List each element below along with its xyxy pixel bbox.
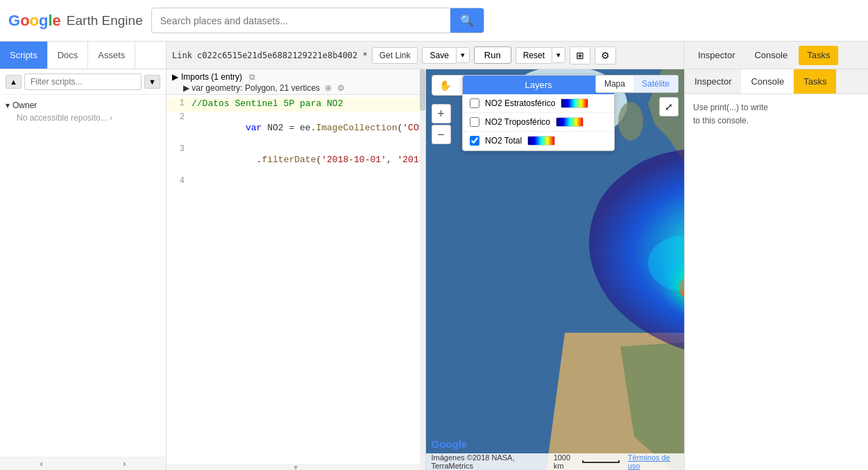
reset-dropdown-arrow[interactable]: ▾ <box>552 47 565 63</box>
main-content: ▲ ▼ ▾ Owner No accessible reposito... › … <box>0 69 868 470</box>
save-button[interactable]: Save <box>422 47 455 64</box>
scroll-up-button[interactable]: ▲ <box>6 75 22 89</box>
tab-assets[interactable]: Assets <box>88 42 135 69</box>
google-logo-text: Google <box>8 12 61 30</box>
layer-item-2: NO2 Total <box>463 132 614 150</box>
filter-row: ▲ ▼ <box>0 69 166 95</box>
layer-0-checkbox[interactable] <box>470 98 479 108</box>
code-line-1-text: //Datos Sentinel 5P para NO2 <box>192 98 425 109</box>
owner-section: ▾ Owner No accessible reposito... › <box>0 95 166 128</box>
no-repo-text: No accessible reposito... <box>17 113 108 123</box>
save-split-button: Save ▾ <box>422 47 469 64</box>
code-line-4: 4 <box>167 175 425 189</box>
svg-point-3 <box>618 102 643 141</box>
mapa-button[interactable]: Mapa <box>596 76 633 92</box>
imports-detail: ▶ var geometry: Polygon, 21 vertices ⊕ ⚙ <box>172 83 420 93</box>
owner-header[interactable]: ▾ Owner <box>6 101 160 110</box>
google-logo-map: Google <box>432 438 468 451</box>
console-content: Use print(...) to write to this console. <box>685 94 868 470</box>
layers-panel: Layers NO2 Estratosférico NO2 Troposféri… <box>462 75 615 151</box>
panel-scroll-buttons: ‹ › <box>0 457 166 470</box>
map-bottom-bar: Imágenes ©2018 NASA, TerraMetrics 1000 k… <box>426 453 685 470</box>
layer-0-swatch <box>561 98 588 108</box>
tab-tasks[interactable]: Tasks <box>799 46 838 65</box>
configure-import-icon[interactable]: ⚙ <box>337 83 345 93</box>
app-header: Google Earth Engine 🔍 <box>0 0 868 42</box>
code-line-2-text: var NO2 = ee.ImageCollection('COPERNICUS… <box>192 112 425 143</box>
search-input[interactable] <box>152 10 450 32</box>
apps-grid-button[interactable]: ⊞ <box>570 46 590 64</box>
panel-scroll-right[interactable]: › <box>83 458 167 470</box>
code-line-2: 2 var NO2 = ee.ImageCollection('COPERNIC… <box>167 112 425 143</box>
reset-button[interactable]: Reset <box>516 47 552 64</box>
app-logo: Google Earth Engine <box>8 12 143 30</box>
fullscreen-button[interactable]: ⤢ <box>659 97 679 116</box>
pan-tool-button[interactable]: ✋ <box>436 78 454 92</box>
terms-link[interactable]: Términos de uso <box>628 453 679 470</box>
code-editor-panel: ▶ Imports (1 entry) ⧉ ▶ var geometry: Po… <box>167 69 426 470</box>
line-number: 4 <box>167 175 192 186</box>
code-scroll-bottom[interactable]: ▼ <box>167 464 425 470</box>
inspector-tab[interactable]: Inspector <box>685 69 741 94</box>
tasks-tab[interactable]: Tasks <box>794 69 836 94</box>
chevron-down-icon: ▾ <box>6 101 10 110</box>
line-number: 1 <box>167 98 192 108</box>
owner-label: Owner <box>12 101 37 110</box>
attribution-text: Imágenes ©2018 NASA, TerraMetrics <box>432 453 545 470</box>
code-line-4-text <box>192 175 425 176</box>
code-line-3: 3 .filterDate('2018-10-01', '2018-11-20'… <box>167 143 425 175</box>
search-bar: 🔍 <box>151 8 484 33</box>
script-link-text: Link c022c6515e21d5e6882129221e8b4002 * <box>172 51 368 60</box>
app-name: Earth Engine <box>67 13 143 28</box>
panel-scroll-left[interactable]: ‹ <box>0 458 83 470</box>
right-panel-tabs-toolbar: Inspector Console Tasks <box>684 42 868 69</box>
line-number: 2 <box>167 112 192 122</box>
triangle-right-icon: ▶ <box>172 72 178 82</box>
search-button[interactable]: 🔍 <box>450 8 484 33</box>
layer-1-checkbox[interactable] <box>470 117 479 127</box>
console-text: Use print(...) to write to this console. <box>693 101 860 128</box>
reset-split-button: Reset ▾ <box>516 47 565 64</box>
search-icon: 🔍 <box>460 15 474 26</box>
layer-item-0: NO2 Estratosférico <box>463 94 614 113</box>
scroll-down-button[interactable]: ▼ <box>144 75 160 89</box>
imports-bar: ▶ Imports (1 entry) ⧉ ▶ var geometry: Po… <box>167 69 425 95</box>
layers-header: Layers <box>463 76 614 94</box>
code-toolbar: Link c022c6515e21d5e6882129221e8b4002 * … <box>167 42 684 69</box>
zoom-in-button[interactable]: + <box>432 104 451 123</box>
scripts-panel: ▲ ▼ ▾ Owner No accessible reposito... › … <box>0 69 167 470</box>
console-panel: Inspector Console Tasks Use print(...) t… <box>684 69 868 470</box>
get-link-button[interactable]: Get Link <box>372 47 418 64</box>
code-scrollbar[interactable] <box>420 69 425 470</box>
layer-2-label: NO2 Total <box>485 136 522 146</box>
layer-1-swatch <box>556 117 584 127</box>
save-dropdown-arrow[interactable]: ▾ <box>456 47 470 63</box>
scale-label: 1000 km <box>554 453 579 470</box>
scale-bar: 1000 km <box>554 453 620 470</box>
zoom-out-button[interactable]: − <box>432 125 451 144</box>
filter-scripts-input[interactable] <box>24 73 142 90</box>
imports-header[interactable]: ▶ Imports (1 entry) ⧉ <box>172 71 420 83</box>
zoom-controls: + − <box>432 104 451 144</box>
scrollbar-thumb[interactable] <box>420 69 425 111</box>
satelite-button[interactable]: Satélite <box>633 76 678 92</box>
imports-copy-icon: ⧉ <box>249 72 255 82</box>
layer-item-1: NO2 Troposférico <box>463 113 614 132</box>
map-container: ✋ 📍 〰 ⬡ Geometry Imports + − Layers NO2 … <box>426 69 685 470</box>
scale-line <box>582 460 620 463</box>
add-import-icon[interactable]: ⊕ <box>325 83 332 93</box>
tab-console[interactable]: Console <box>746 46 796 65</box>
tab-docs[interactable]: Docs <box>48 42 89 69</box>
console-tab[interactable]: Console <box>741 69 794 94</box>
imports-header-text: Imports (1 entry) <box>181 72 242 82</box>
tab-inspector[interactable]: Inspector <box>690 46 743 65</box>
settings-button[interactable]: ⚙ <box>595 46 616 64</box>
code-editor[interactable]: 1 //Datos Sentinel 5P para NO2 2 var NO2… <box>167 95 425 464</box>
main-toolbar: Scripts Docs Assets Link c022c6515e21d5e… <box>0 42 868 69</box>
right-panel-tab-bar: Inspector Console Tasks <box>685 69 868 94</box>
tab-scripts[interactable]: Scripts <box>0 42 48 69</box>
console-line-1: Use print(...) to write <box>693 103 768 112</box>
imports-detail-text: var geometry: Polygon, 21 vertices <box>192 83 320 93</box>
run-button[interactable]: Run <box>474 46 511 64</box>
layer-2-checkbox[interactable] <box>470 136 479 146</box>
